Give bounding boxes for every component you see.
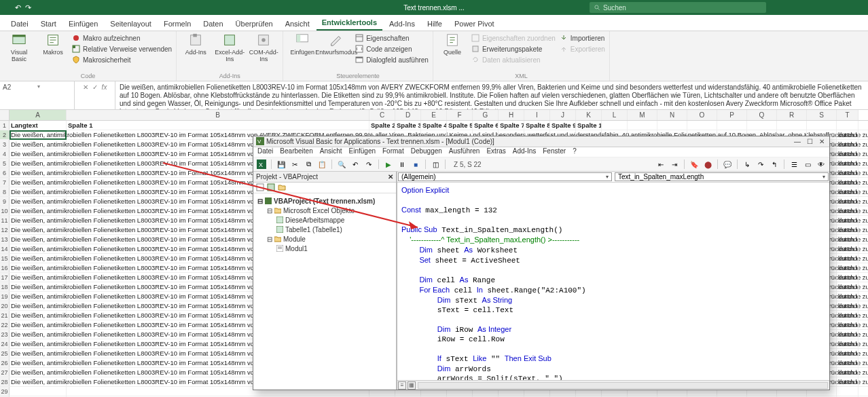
- quelle-button[interactable]: Quelle: [437, 33, 467, 65]
- ribbon-tab-einfügen[interactable]: Einfügen: [63, 17, 103, 31]
- vba-menu-extras[interactable]: Extras: [486, 147, 505, 157]
- row-header[interactable]: 29: [0, 387, 10, 396]
- cell[interactable]: durch unabhängig: [837, 311, 858, 320]
- cell[interactable]: [657, 121, 687, 130]
- cell[interactable]: durch unabhängig: [837, 339, 858, 348]
- row-header[interactable]: 21: [0, 311, 10, 320]
- project-explorer-close-icon[interactable]: ✕: [388, 173, 393, 181]
- cell[interactable]: Die weißen, antimikrobiellen Folienetike…: [10, 225, 67, 234]
- cell[interactable]: Die weißen, antimikrobiellen Folienetike…: [10, 149, 67, 158]
- makro-aufzeichnen-button[interactable]: Makro aufzeichnen: [72, 33, 172, 43]
- breakpoint-icon[interactable]: ⬤: [702, 159, 713, 170]
- column-header[interactable]: T: [837, 110, 858, 120]
- column-header[interactable]: Q: [747, 110, 777, 120]
- vba-minimize-button[interactable]: —: [793, 138, 802, 145]
- cell[interactable]: Die weißen, antimikrobiellen Folienetike…: [10, 282, 67, 291]
- cell[interactable]: durch unabhängig: [837, 254, 858, 263]
- project-explorer[interactable]: Projekt - VBAProject ✕ ⊟VBAProject (Text…: [253, 172, 397, 390]
- cell[interactable]: Die weißen, antimikrobiellen Folienetike…: [10, 330, 67, 339]
- ribbon-tab-seitenlayout[interactable]: Seitenlayout: [105, 17, 157, 31]
- ribbon-tab-ansicht[interactable]: Ansicht: [280, 17, 315, 31]
- row-header[interactable]: 26: [0, 358, 10, 367]
- cell[interactable]: durch unabhängig: [837, 159, 858, 168]
- row-header[interactable]: 12: [0, 225, 10, 234]
- excel-addins-button[interactable]: Excel-Add-Ins: [215, 33, 245, 62]
- step-over-icon[interactable]: ↷: [755, 159, 766, 170]
- cell[interactable]: durch unabhängig: [837, 349, 858, 358]
- cell[interactable]: durch unabhängig: [837, 330, 858, 339]
- cell[interactable]: durch unabhängig: [837, 368, 858, 377]
- cell[interactable]: Die weißen, antimikrobiellen Folienetike…: [10, 216, 67, 225]
- ribbon-tab-entwicklertools[interactable]: Entwicklertools: [317, 16, 382, 31]
- vba-view-excel-icon[interactable]: X: [256, 159, 267, 170]
- row-header[interactable]: 1: [0, 121, 10, 130]
- daten-aktualisieren-button[interactable]: Daten aktualisieren: [471, 54, 556, 65]
- cell[interactable]: Die weißen, antimikrobiellen Folienetike…: [10, 320, 67, 329]
- cell[interactable]: durch unabhängig: [837, 358, 858, 367]
- row-header[interactable]: 20: [0, 301, 10, 310]
- cell[interactable]: Spalte 1: [67, 121, 369, 130]
- save-icon[interactable]: 💾: [276, 159, 287, 170]
- cell[interactable]: Die weißen, antimikrobiellen Folienetike…: [10, 235, 67, 244]
- cell[interactable]: durch unabhängig: [837, 168, 858, 177]
- confirm-icon[interactable]: ✓: [92, 83, 98, 91]
- cell[interactable]: Die weißen, antimikrobiellen Folienetike…: [10, 273, 67, 282]
- code-h-scrollbar[interactable]: ≡ ▦: [397, 380, 829, 390]
- cell[interactable]: [807, 121, 837, 130]
- cell[interactable]: [602, 121, 628, 130]
- cell[interactable]: Spalte 9: [550, 121, 576, 130]
- column-header[interactable]: B: [67, 110, 369, 120]
- ribbon-tab-überprüfen[interactable]: Überprüfen: [230, 17, 278, 31]
- xml-eigenschaften-button[interactable]: Eigenschaften zuordnen: [471, 33, 556, 43]
- run-icon[interactable]: ▶: [383, 159, 394, 170]
- vba-menu-add-ins[interactable]: Add-Ins: [513, 147, 536, 157]
- vba-menu-ausführen[interactable]: Ausführen: [449, 147, 480, 157]
- cell[interactable]: Die weißen, antimikrobiellen Folienetike…: [10, 349, 67, 358]
- name-box[interactable]: A2▾: [0, 81, 75, 109]
- cell[interactable]: durch unabhängig: [837, 225, 858, 234]
- cell[interactable]: durch unabhängig: [837, 130, 858, 139]
- cell[interactable]: [10, 387, 67, 396]
- cell[interactable]: Die weißen, antimikrobiellen Folienetike…: [10, 130, 67, 139]
- cell[interactable]: durch unabhängig: [837, 140, 858, 149]
- row-header[interactable]: 8: [0, 187, 10, 196]
- cell[interactable]: Die weißen, antimikrobiellen Folienetike…: [10, 254, 67, 263]
- row-header[interactable]: 16: [0, 263, 10, 272]
- cell[interactable]: Die weißen, antimikrobiellen Folienetike…: [10, 358, 67, 367]
- row-header[interactable]: 23: [0, 330, 10, 339]
- toggle-folders-icon[interactable]: [278, 183, 286, 193]
- dialogfeld-button[interactable]: Dialogfeld ausführen: [355, 54, 429, 65]
- cell[interactable]: durch unabhängig: [837, 273, 858, 282]
- bookmark-icon[interactable]: 🔖: [689, 159, 700, 170]
- column-header[interactable]: P: [717, 110, 747, 120]
- exportieren-button[interactable]: Exportieren: [560, 43, 605, 54]
- cell[interactable]: Die weißen, antimikrobiellen Folienetike…: [10, 206, 67, 215]
- cell[interactable]: durch unabhängig: [837, 235, 858, 244]
- comment-icon[interactable]: 💬: [722, 159, 733, 170]
- column-header[interactable]: M: [628, 110, 657, 120]
- watch-icon[interactable]: 👁: [816, 159, 827, 170]
- cell[interactable]: durch unabhängig: [837, 149, 858, 158]
- indent-in-icon[interactable]: ⇥: [669, 159, 680, 170]
- makros-button[interactable]: Makros: [38, 33, 68, 65]
- makrosicherheit-button[interactable]: Makrosicherheit: [72, 54, 172, 65]
- row-header[interactable]: 15: [0, 254, 10, 263]
- cell[interactable]: [747, 121, 777, 130]
- row-header[interactable]: 18: [0, 282, 10, 291]
- column-header[interactable]: R: [777, 110, 807, 120]
- einfuegen-button[interactable]: Einfügen: [287, 33, 317, 65]
- row-header[interactable]: 3: [0, 140, 10, 149]
- cell[interactable]: durch unabhängig: [837, 282, 858, 291]
- cell[interactable]: Spalte 3: [395, 121, 421, 130]
- code-pane[interactable]: (Allgemein)▾ Text_in_Spalten_maxLength▾ …: [397, 172, 829, 390]
- procedure-dropdown[interactable]: Text_in_Spalten_maxLength▾: [615, 172, 829, 181]
- cell[interactable]: durch unabhängig: [837, 178, 858, 187]
- cell[interactable]: Die weißen, antimikrobiellen Folienetike…: [10, 292, 67, 301]
- cell[interactable]: durch unabhängig: [837, 187, 858, 196]
- cut-icon[interactable]: ✂: [289, 159, 300, 170]
- ribbon-tab-daten[interactable]: Daten: [198, 17, 228, 31]
- row-header[interactable]: 14: [0, 244, 10, 253]
- column-header[interactable]: S: [807, 110, 837, 120]
- vba-menu-bearbeiten[interactable]: Bearbeiten: [280, 147, 312, 157]
- column-header[interactable]: G: [473, 110, 499, 120]
